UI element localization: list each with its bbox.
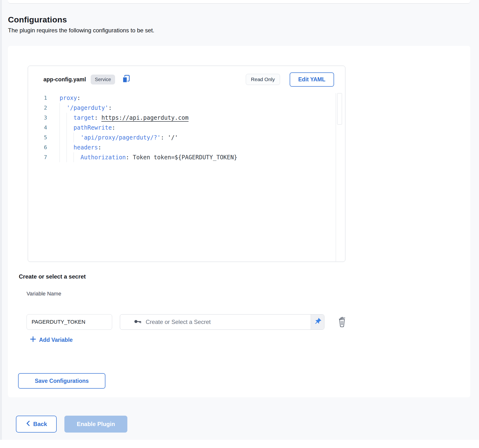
save-configurations-button[interactable]: Save Configurations [18, 373, 105, 389]
bottom-strip [0, 440, 479, 448]
code-line: 1proxy: [28, 93, 334, 103]
line-number: 2 [28, 105, 60, 111]
page-subtitle: The plugin requires the following config… [8, 27, 154, 34]
yaml-editor-panel: app-config.yaml Service Read Only Edit Y… [28, 66, 345, 262]
code-lines: 1proxy:2'/pagerduty':3target: https://ap… [28, 93, 334, 162]
line-number: 3 [28, 115, 60, 121]
add-variable-label: Add Variable [39, 337, 73, 343]
secret-select-placeholder: Create or Select a Secret [146, 319, 211, 325]
key-icon [134, 317, 142, 327]
copy-button[interactable] [121, 75, 131, 84]
delete-variable-button[interactable] [337, 316, 347, 328]
pin-suffix[interactable] [311, 315, 324, 329]
secret-select-body: Create or Select a Secret [120, 317, 311, 327]
add-variable-button[interactable]: Add Variable [30, 336, 73, 344]
secret-select[interactable]: Create or Select a Secret [120, 314, 324, 330]
copy-icon [121, 74, 131, 85]
variable-name-input[interactable] [27, 314, 112, 330]
left-gutter [0, 0, 2, 440]
pushpin-icon [314, 318, 322, 326]
code-line: 2'/pagerduty': [28, 103, 334, 113]
code-area: 1proxy:2'/pagerduty':3target: https://ap… [28, 93, 345, 262]
code-line: 5'api/proxy/pagerduty/?': '/' [28, 133, 334, 142]
line-number: 6 [28, 144, 60, 150]
code-line: 6headers: [28, 142, 334, 152]
service-badge: Service [91, 75, 115, 84]
trash-icon [337, 315, 347, 329]
line-number: 5 [28, 134, 60, 140]
chevron-left-icon [26, 420, 31, 428]
back-button-label: Back [33, 421, 47, 427]
page-title: Configurations [8, 15, 67, 24]
configurations-card: app-config.yaml Service Read Only Edit Y… [8, 46, 470, 397]
config-filename: app-config.yaml [43, 76, 86, 83]
editor-header: app-config.yaml Service Read Only Edit Y… [28, 66, 345, 93]
variable-name-label: Variable Name [27, 291, 61, 297]
edit-yaml-button[interactable]: Edit YAML [290, 72, 334, 87]
read-only-badge: Read Only [246, 74, 280, 85]
enable-plugin-button[interactable]: Enable Plugin [64, 416, 127, 433]
code-line: 3target: https://api.pagerduty.com [28, 113, 334, 123]
code-line: 7Authorization: Token token=${PAGERDUTY_… [28, 152, 334, 162]
line-number: 7 [28, 154, 60, 160]
line-number: 4 [28, 125, 60, 131]
code-line: 4pathRewrite: [28, 123, 334, 133]
plus-icon [30, 336, 36, 344]
scrollbar-thumb[interactable] [337, 93, 342, 125]
secret-section-heading: Create or select a secret [19, 273, 86, 280]
back-button[interactable]: Back [16, 416, 57, 433]
editor-scrollbar[interactable] [336, 93, 343, 261]
previous-card-edge [8, 0, 470, 4]
plugin-configuration-page: Configurations The plugin requires the f… [0, 0, 479, 448]
line-number: 1 [28, 95, 60, 101]
